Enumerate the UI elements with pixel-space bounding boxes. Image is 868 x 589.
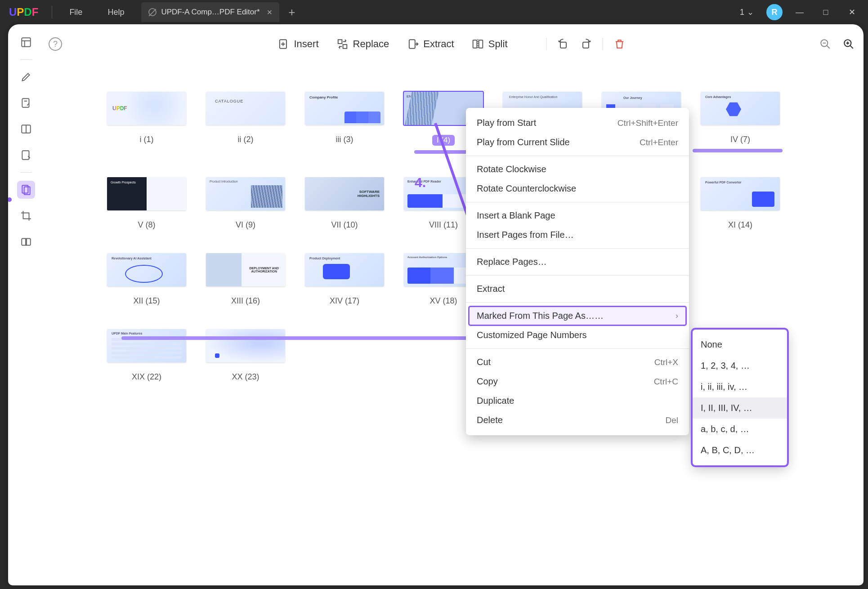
ctx-item[interactable]: Duplicate [466, 391, 689, 411]
top-toolbar: ? Insert Replace Extract Split [49, 31, 855, 58]
submenu-item[interactable]: A, B, C, D, … [693, 440, 787, 461]
page-cell[interactable]: XIV (17) [305, 253, 384, 306]
svg-line-24 [827, 45, 830, 49]
submenu-item[interactable]: 1, 2, 3, 4, … [693, 355, 787, 376]
replace-button[interactable]: Replace [337, 38, 389, 50]
page-cell[interactable]: XII (15) [107, 253, 186, 306]
menu-file[interactable]: File [57, 8, 95, 17]
highlighter-icon[interactable] [17, 68, 35, 86]
minimize-button[interactable]: — [791, 8, 809, 17]
page-cell[interactable]: i (1) [107, 92, 186, 154]
page-label: XIX (22) [132, 372, 161, 382]
svg-rect-21 [560, 42, 566, 48]
page-thumbnail[interactable] [107, 92, 186, 125]
thumbnails-icon[interactable] [17, 33, 35, 51]
page-label: i (1) [140, 135, 154, 144]
ctx-item[interactable]: DeleteDel [466, 411, 689, 430]
split-button[interactable]: Split [472, 38, 508, 50]
page-thumbnail[interactable] [701, 177, 780, 210]
submenu-item[interactable]: a, b, c, d, … [693, 419, 787, 440]
submenu-item[interactable]: i, ii, iii, iv, … [693, 376, 787, 397]
page-label: ii (2) [238, 135, 254, 144]
avatar[interactable]: R [766, 4, 783, 20]
ctx-item[interactable]: Customized Page Numbers [466, 326, 689, 345]
submenu-item[interactable]: I, II, III, IV, … [693, 397, 787, 419]
page-label: XIV (17) [330, 296, 359, 306]
ctx-item[interactable]: Insert a Blank Page [466, 206, 689, 225]
zoom-out-icon[interactable] [819, 38, 831, 50]
new-tab-button[interactable]: + [279, 5, 304, 19]
page-thumbnail[interactable] [107, 329, 186, 362]
ctx-item[interactable]: CutCtrl+X [466, 353, 689, 372]
ctx-item[interactable]: CopyCtrl+C [466, 372, 689, 391]
page-label: VI (9) [236, 220, 255, 230]
page-cell[interactable]: XI (14) [701, 177, 780, 230]
title-bar: UPDF File Help UPDF-A Comp…PDF Editor* ×… [0, 0, 868, 24]
page-thumbnail[interactable] [206, 253, 285, 286]
zoom-in-icon[interactable] [843, 38, 855, 50]
svg-rect-16 [343, 45, 347, 49]
edit-icon[interactable] [17, 146, 35, 164]
extract-button[interactable]: Extract [407, 38, 454, 50]
page-cell[interactable]: V (8) [107, 177, 186, 230]
main-panel: ? Insert Replace Extract Split [8, 24, 864, 585]
page-thumbnail[interactable] [305, 92, 384, 125]
compare-icon[interactable] [17, 233, 35, 251]
reader-icon[interactable] [17, 120, 35, 138]
help-icon[interactable]: ? [49, 37, 62, 51]
rotate-cw-icon[interactable] [580, 38, 592, 50]
numbering-submenu: None1, 2, 3, 4, …i, ii, iii, iv, …I, II,… [693, 330, 787, 465]
menu-help[interactable]: Help [95, 8, 137, 17]
organize-icon[interactable] [17, 181, 35, 199]
ctx-item[interactable]: Rotate Counterclockwise [466, 179, 689, 198]
svg-rect-7 [22, 151, 29, 160]
crop-icon[interactable] [17, 207, 35, 225]
svg-rect-17 [409, 40, 415, 49]
page-thumbnail[interactable] [305, 177, 384, 210]
svg-rect-3 [22, 98, 29, 107]
page-cell[interactable]: ii (2) [206, 92, 285, 154]
svg-rect-15 [338, 40, 342, 44]
ctx-item[interactable]: Replace Pages… [466, 252, 689, 272]
maximize-button[interactable]: □ [817, 8, 835, 17]
submenu-item[interactable]: None [693, 334, 787, 355]
ctx-item[interactable]: Insert Pages from File… [466, 225, 689, 245]
ctx-item[interactable]: Rotate Clockwise [466, 160, 689, 179]
page-label: XX (23) [232, 372, 259, 382]
page-thumbnail[interactable] [701, 92, 780, 125]
insert-button[interactable]: Insert [277, 38, 318, 50]
window-count[interactable]: 1⌄ [735, 4, 758, 20]
chevron-down-icon: ⌄ [747, 7, 754, 17]
tab-close-icon[interactable]: × [267, 7, 273, 18]
page-cell[interactable]: VII (10) [305, 177, 384, 230]
page-thumbnail[interactable] [107, 253, 186, 286]
page-thumbnail[interactable] [206, 92, 285, 125]
ctx-item[interactable]: Play from Current SlideCtrl+Enter [466, 133, 689, 152]
active-indicator-dot [8, 197, 12, 202]
page-thumbnail[interactable] [107, 177, 186, 210]
page-thumbnail[interactable] [206, 177, 285, 210]
page-cell[interactable]: IV (7) [701, 92, 780, 154]
page-label: V (8) [138, 220, 155, 230]
page-thumbnail[interactable] [305, 253, 384, 286]
svg-rect-0 [22, 38, 31, 47]
page-cell[interactable]: iii (3) [305, 92, 384, 154]
left-toolbar [13, 33, 39, 251]
annotate-icon[interactable] [17, 94, 35, 112]
page-cell[interactable]: VI (9) [206, 177, 285, 230]
ctx-item[interactable]: Marked From This Page As……› [469, 306, 686, 326]
page-label: XII (15) [133, 296, 160, 306]
separator [52, 6, 52, 18]
close-button[interactable]: ✕ [843, 7, 861, 17]
rotate-ccw-icon[interactable] [558, 38, 569, 50]
page-label: IV (7) [730, 135, 750, 144]
ctx-item[interactable]: Extract [466, 279, 689, 299]
page-thumbnail[interactable] [206, 329, 285, 362]
page-cell[interactable]: XIII (16) [206, 253, 285, 306]
chevron-right-icon: › [676, 311, 678, 321]
app-logo: UPDF [0, 6, 47, 18]
document-tab[interactable]: UPDF-A Comp…PDF Editor* × [141, 2, 279, 22]
delete-icon[interactable] [614, 38, 626, 50]
context-menu: Play from StartCtrl+Shift+EnterPlay from… [466, 108, 689, 435]
ctx-item[interactable]: Play from StartCtrl+Shift+Enter [466, 113, 689, 133]
